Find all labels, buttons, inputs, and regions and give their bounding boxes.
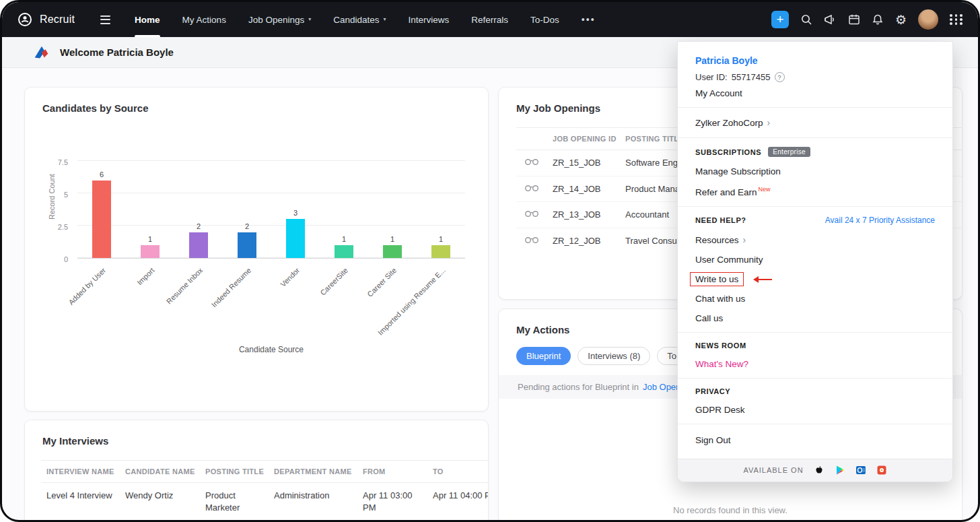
- x-axis-label: Added by User: [67, 266, 108, 306]
- apps-grid-icon[interactable]: [950, 14, 963, 25]
- available-on-label: AVAILABLE ON: [743, 466, 803, 474]
- bar[interactable]: [383, 245, 402, 258]
- bar-value-label: 1: [439, 235, 443, 243]
- whats-new-link[interactable]: What's New?: [695, 359, 935, 369]
- bar-group[interactable]: 2: [174, 162, 223, 258]
- priority-assistance-link[interactable]: Avail 24 x 7 Priority Assistance: [825, 216, 935, 225]
- tab-interviews[interactable]: Interviews (8): [578, 347, 650, 365]
- bar-value-label: 1: [148, 235, 152, 243]
- binoculars-icon[interactable]: [524, 209, 539, 218]
- x-slot: Vendor: [271, 261, 320, 341]
- hamburger-menu-icon[interactable]: [100, 15, 110, 24]
- bar[interactable]: [286, 219, 305, 258]
- nav-home[interactable]: Home: [135, 2, 160, 37]
- profile-section: Patricia Boyle User ID: 55717455 My Acco…: [678, 42, 952, 107]
- privacy-header: PRIVACY: [695, 387, 935, 395]
- empty-state-text: No records found in this view.: [499, 505, 962, 515]
- user-community-link[interactable]: User Community: [695, 255, 935, 265]
- column-header: JOB OPENING ID: [547, 128, 620, 150]
- privacy-section: PRIVACY GDPR Desk: [678, 378, 952, 424]
- nav-label: Interviews: [409, 15, 450, 25]
- avatar[interactable]: [918, 9, 938, 30]
- annotation-arrow-icon: [755, 279, 772, 280]
- google-play-icon[interactable]: [835, 465, 845, 476]
- profile-name-link[interactable]: Patricia Boyle: [695, 55, 935, 66]
- outlook-icon[interactable]: [855, 465, 866, 476]
- quick-add-button[interactable]: [771, 11, 789, 28]
- calendar-icon[interactable]: [848, 13, 860, 26]
- binoculars-icon[interactable]: [524, 236, 539, 244]
- nav-more-icon[interactable]: [582, 14, 596, 25]
- write-to-us-link[interactable]: Write to us: [695, 274, 935, 284]
- nav-todos[interactable]: To-Dos: [530, 2, 559, 37]
- subscriptions-header: SUBSCRIPTIONS: [695, 148, 761, 156]
- bell-icon[interactable]: [872, 13, 884, 26]
- nav-items: Home My Actions Job Openings Candidates …: [135, 2, 595, 37]
- bar[interactable]: [141, 245, 160, 258]
- mobile-app-icon[interactable]: [876, 465, 887, 476]
- nav-interviews[interactable]: Interviews: [409, 2, 450, 37]
- bar[interactable]: [431, 245, 450, 258]
- bar-group[interactable]: 6: [77, 162, 126, 258]
- apple-icon[interactable]: [814, 465, 825, 476]
- bar-group[interactable]: 1: [417, 162, 465, 258]
- nav-referrals[interactable]: Referrals: [471, 2, 508, 37]
- bar-chart: 61223111: [77, 162, 465, 259]
- job-opening-id: ZR_13_JOB: [547, 202, 620, 228]
- gdpr-desk-link[interactable]: GDPR Desk: [695, 405, 935, 415]
- candidate-name-link[interactable]: Wendy Ortiz: [120, 483, 200, 521]
- column-header: FROM: [357, 461, 427, 483]
- brand[interactable]: Recruit: [17, 2, 75, 37]
- bar-value-label: 2: [245, 222, 249, 230]
- nav-right-cluster: [771, 2, 963, 37]
- gridline: [77, 160, 465, 161]
- nav-label: Candidates: [333, 15, 379, 25]
- resources-link[interactable]: Resources: [695, 234, 935, 245]
- annotation-highlight-box[interactable]: Write to us: [690, 272, 744, 286]
- y-tick-label: 0: [64, 255, 68, 263]
- bar-value-label: 2: [197, 222, 201, 230]
- bar-value-label: 6: [100, 170, 104, 178]
- department-name-link[interactable]: Administration: [269, 483, 357, 521]
- posting-title-link[interactable]: Product Marketer: [200, 483, 269, 521]
- call-us-link[interactable]: Call us: [695, 313, 935, 323]
- job-opening-id: ZR_14_JOB: [547, 176, 620, 202]
- my-account-link[interactable]: My Account: [695, 88, 935, 98]
- refer-and-earn-link[interactable]: Refer and EarnNew: [695, 186, 935, 197]
- y-tick-label: 7.5: [58, 158, 68, 166]
- nav-my-actions[interactable]: My Actions: [182, 2, 226, 37]
- tab-blueprint[interactable]: Blueprint: [516, 347, 571, 365]
- bar[interactable]: [92, 181, 111, 258]
- sign-out-button[interactable]: Sign Out: [678, 424, 952, 459]
- manage-subscription-link[interactable]: Manage Subscription: [695, 166, 935, 176]
- bar-group[interactable]: 1: [368, 162, 417, 258]
- megaphone-icon[interactable]: [824, 13, 837, 26]
- nav-job-openings[interactable]: Job Openings: [248, 2, 311, 37]
- x-axis-label: Import: [135, 266, 156, 287]
- bar[interactable]: [335, 245, 353, 258]
- bar[interactable]: [238, 232, 256, 258]
- chevron-down-icon: [384, 17, 386, 22]
- card-title: Candidates by Source: [25, 88, 488, 114]
- chat-with-us-link[interactable]: Chat with us: [695, 294, 935, 304]
- page-title: Welcome Patricia Boyle: [60, 46, 174, 58]
- bar[interactable]: [189, 232, 208, 258]
- binoculars-icon[interactable]: [524, 158, 539, 166]
- nav-label: To-Dos: [530, 15, 559, 25]
- bar-group[interactable]: 2: [223, 162, 271, 258]
- help-circle-icon[interactable]: [775, 72, 785, 82]
- search-icon[interactable]: [800, 13, 812, 26]
- nav-candidates[interactable]: Candidates: [333, 2, 386, 37]
- table-row[interactable]: Level 4 Interview Wendy Ortiz Product Ma…: [41, 483, 489, 521]
- bar-group[interactable]: 3: [271, 162, 320, 258]
- my-interviews-card: My Interviews INTERVIEW NAME CANDIDATE N…: [24, 420, 489, 522]
- binoculars-icon[interactable]: [524, 184, 539, 192]
- top-nav: Recruit Home My Actions Job Openings Can…: [2, 2, 978, 37]
- gear-icon[interactable]: [895, 13, 907, 26]
- app-window: Recruit Home My Actions Job Openings Can…: [0, 0, 980, 522]
- bar-group[interactable]: 1: [320, 162, 368, 258]
- column-header: TO: [427, 461, 489, 483]
- org-link[interactable]: Zylker ZohoCorp: [695, 118, 770, 128]
- bar-group[interactable]: 1: [126, 162, 174, 258]
- interview-name-link[interactable]: Level 4 Interview: [41, 483, 120, 521]
